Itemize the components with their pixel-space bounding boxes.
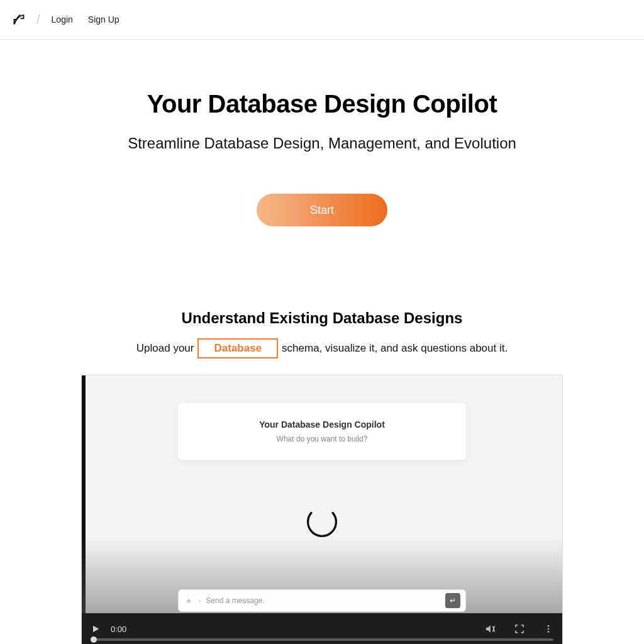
signup-link[interactable]: Sign Up xyxy=(88,14,119,25)
top-nav: / Login Sign Up xyxy=(0,0,644,40)
svg-point-0 xyxy=(304,504,340,540)
upload-prefix: Upload your xyxy=(136,342,194,355)
video-controls: 0:00 xyxy=(82,613,562,644)
brand-logo-icon[interactable] xyxy=(13,13,25,26)
understand-section: Understand Existing Database Designs Upl… xyxy=(0,309,644,644)
hero-section: Your Database Design Copilot Streamline … xyxy=(0,40,644,226)
video-card-subtitle: What do you want to build? xyxy=(277,435,368,443)
svg-point-1 xyxy=(548,625,550,627)
video-card: Your Database Design Copilot What do you… xyxy=(178,403,466,460)
nav-links: Login Sign Up xyxy=(52,14,119,25)
start-button[interactable]: Start xyxy=(257,194,387,226)
upload-suffix: schema, visualize it, and ask questions … xyxy=(282,342,508,355)
svg-point-3 xyxy=(548,631,550,633)
video-card-title: Your Database Design Copilot xyxy=(259,419,385,430)
section-heading: Understand Existing Database Designs xyxy=(0,309,644,327)
database-chip[interactable]: Database xyxy=(197,338,278,358)
fullscreen-icon[interactable] xyxy=(514,624,525,634)
hero-title: Your Database Design Copilot xyxy=(0,90,644,118)
video-progress[interactable] xyxy=(91,638,553,641)
chat-input-bar[interactable]: + › Send a message. ↵ xyxy=(178,589,466,612)
demo-video[interactable]: Your Database Design Copilot What do you… xyxy=(81,375,563,644)
login-link[interactable]: Login xyxy=(52,14,73,25)
send-button[interactable]: ↵ xyxy=(445,593,460,608)
play-icon[interactable] xyxy=(91,624,101,634)
hero-subtitle: Streamline Database Design, Management, … xyxy=(0,135,644,152)
video-time: 0:00 xyxy=(111,625,126,634)
chevron-right-icon: › xyxy=(199,597,201,604)
more-icon[interactable] xyxy=(543,624,553,634)
plus-icon[interactable]: + xyxy=(184,596,194,606)
loading-spinner-icon xyxy=(304,504,340,540)
upload-line: Upload your Database schema, visualize i… xyxy=(0,338,644,358)
mute-icon[interactable] xyxy=(484,623,496,635)
chat-placeholder: Send a message. xyxy=(206,596,440,605)
breadcrumb-slash: / xyxy=(36,13,40,27)
svg-point-2 xyxy=(548,628,550,630)
